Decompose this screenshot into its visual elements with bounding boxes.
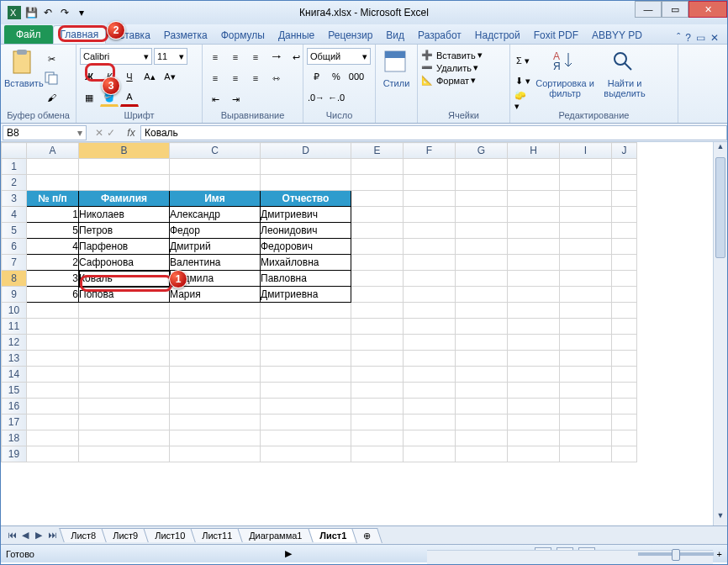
cell-D1[interactable]	[261, 159, 351, 175]
cell-H4[interactable]	[508, 207, 560, 223]
cell-C6[interactable]: Дмитрий	[170, 239, 261, 255]
cell-E15[interactable]	[351, 383, 404, 399]
cell-H15[interactable]	[508, 383, 560, 399]
cell-J18[interactable]	[612, 430, 637, 446]
cell-F8[interactable]	[404, 271, 456, 287]
cell-D16[interactable]	[261, 399, 351, 415]
cell-F16[interactable]	[404, 399, 456, 415]
increase-decimal-icon[interactable]: .0→	[307, 88, 325, 107]
zoom-slider[interactable]	[638, 552, 714, 556]
cell-D13[interactable]	[261, 351, 351, 367]
cell-F12[interactable]	[404, 335, 456, 351]
cell-D10[interactable]	[261, 303, 351, 319]
cell-F10[interactable]	[404, 303, 456, 319]
cell-H9[interactable]	[508, 287, 560, 303]
row-header-14[interactable]: 14	[2, 367, 27, 383]
cell-J5[interactable]	[612, 223, 637, 239]
tab-nav-first-icon[interactable]: ⏮	[6, 530, 18, 541]
cell-F3[interactable]	[404, 191, 456, 207]
row-header-3[interactable]: 3	[2, 191, 27, 207]
cell-B2[interactable]	[79, 175, 170, 191]
cell-G9[interactable]	[456, 287, 508, 303]
cell-E14[interactable]	[351, 367, 404, 383]
cell-B11[interactable]	[79, 319, 170, 335]
cell-H13[interactable]	[508, 351, 560, 367]
cell-H2[interactable]	[508, 175, 560, 191]
scroll-thumb[interactable]	[715, 157, 725, 258]
cell-A5[interactable]: 5	[27, 223, 79, 239]
cell-H5[interactable]	[508, 223, 560, 239]
tab-рецензир[interactable]: Рецензир	[321, 27, 379, 44]
cell-D4[interactable]: Дмитриевич	[261, 207, 351, 223]
row-header-19[interactable]: 19	[2, 446, 27, 462]
cell-G1[interactable]	[456, 159, 508, 175]
cell-E1[interactable]	[351, 159, 404, 175]
cell-F15[interactable]	[404, 383, 456, 399]
tab-nav-prev-icon[interactable]: ◀	[19, 530, 31, 541]
select-all-corner[interactable]	[2, 143, 27, 159]
cell-F13[interactable]	[404, 351, 456, 367]
worksheet-grid[interactable]: ABCDEFGHIJ123№ п/пФамилияИмяОтчество41Ни…	[1, 142, 727, 525]
cell-E7[interactable]	[351, 255, 404, 271]
align-top-icon[interactable]: ≡	[206, 48, 224, 66]
cell-F5[interactable]	[404, 223, 456, 239]
col-header-D[interactable]: D	[261, 143, 351, 159]
cell-E6[interactable]	[351, 239, 404, 255]
tab-надстрой[interactable]: Надстрой	[468, 27, 527, 44]
cell-E10[interactable]	[351, 303, 404, 319]
cell-C5[interactable]: Федор	[170, 223, 261, 239]
cell-C12[interactable]	[170, 335, 261, 351]
redo-icon[interactable]: ↷	[58, 6, 71, 19]
col-header-J[interactable]: J	[612, 143, 637, 159]
row-header-15[interactable]: 15	[2, 383, 27, 399]
align-middle-icon[interactable]: ≡	[226, 48, 245, 66]
cell-B5[interactable]: Петров	[79, 223, 170, 239]
doc-close-icon[interactable]: ✕	[710, 32, 719, 44]
cell-H19[interactable]	[508, 446, 560, 462]
cell-J11[interactable]	[612, 319, 637, 335]
cell-E3[interactable]	[351, 191, 404, 207]
cell-I11[interactable]	[560, 319, 612, 335]
vertical-scrollbar[interactable]: ▲ ▼	[713, 142, 727, 525]
row-header-4[interactable]: 4	[2, 207, 27, 223]
cell-B18[interactable]	[79, 430, 170, 446]
clear-icon[interactable]: 🧽 ▾	[514, 92, 532, 110]
cell-E17[interactable]	[351, 415, 404, 430]
cell-A8[interactable]: 3	[27, 271, 79, 287]
bold-icon[interactable]: Ж	[80, 67, 98, 86]
cell-E18[interactable]	[351, 430, 404, 446]
sheet-tab-Лист1[interactable]: Лист1	[308, 528, 358, 542]
tab-вид[interactable]: Вид	[379, 27, 411, 44]
cell-J17[interactable]	[612, 415, 637, 430]
cell-F7[interactable]	[404, 255, 456, 271]
cell-D6[interactable]: Федорович	[261, 239, 351, 255]
cell-J7[interactable]	[612, 255, 637, 271]
zoom-in-icon[interactable]: +	[717, 549, 722, 559]
row-header-6[interactable]: 6	[2, 239, 27, 255]
row-header-10[interactable]: 10	[2, 303, 27, 319]
orientation-icon[interactable]: ⭢	[266, 48, 285, 66]
row-header-17[interactable]: 17	[2, 415, 27, 430]
format-cells-button[interactable]: 📐Формат ▾	[421, 75, 476, 86]
cell-H10[interactable]	[508, 303, 560, 319]
cell-I16[interactable]	[560, 399, 612, 415]
tab-foxit pdf[interactable]: Foxit PDF	[527, 27, 585, 44]
paste-button[interactable]: Вставить	[4, 48, 40, 88]
cell-A14[interactable]	[27, 367, 79, 383]
cell-C2[interactable]	[170, 175, 261, 191]
align-left-icon[interactable]: ≡	[206, 69, 224, 87]
col-header-A[interactable]: A	[27, 143, 79, 159]
cell-F9[interactable]	[404, 287, 456, 303]
sort-filter-button[interactable]: АЯ Сортировка и фильтр	[535, 48, 595, 98]
sheet-tab-Лист9[interactable]: Лист9	[101, 528, 150, 542]
cell-D12[interactable]	[261, 335, 351, 351]
cell-E11[interactable]	[351, 319, 404, 335]
sheet-tab-Лист8[interactable]: Лист8	[59, 528, 108, 542]
cell-G7[interactable]	[456, 255, 508, 271]
row-header-1[interactable]: 1	[2, 159, 27, 175]
undo-icon[interactable]: ↶	[41, 6, 55, 19]
currency-icon[interactable]: ₽	[307, 67, 325, 86]
cell-B7[interactable]: Сафронова	[79, 255, 170, 271]
delete-cells-button[interactable]: ➖Удалить ▾	[421, 62, 478, 73]
tab-разработ[interactable]: Разработ	[411, 27, 468, 44]
